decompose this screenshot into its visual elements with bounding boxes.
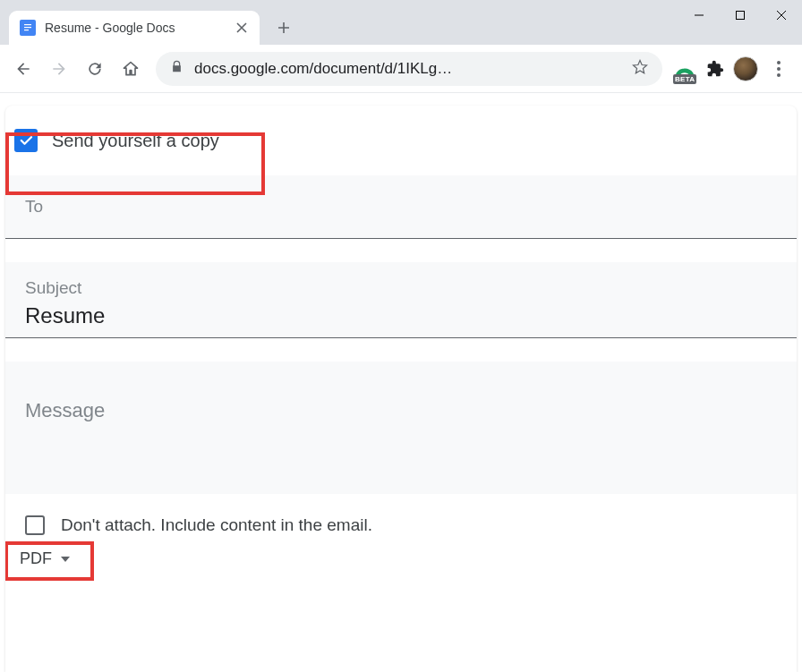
address-url: docs.google.com/document/d/1IKLg… <box>194 60 621 78</box>
subject-label: Subject <box>25 278 777 298</box>
extensions-puzzle-icon[interactable] <box>702 55 729 82</box>
browser-toolbar: docs.google.com/document/d/1IKLg… BETA <box>0 45 802 93</box>
browser-menu-button[interactable] <box>763 53 795 85</box>
to-field[interactable]: To <box>5 175 797 239</box>
send-copy-label: Send yourself a copy <box>52 131 219 151</box>
format-value: PDF <box>20 549 52 568</box>
tab-close-icon[interactable] <box>235 21 249 35</box>
message-field[interactable]: Message <box>5 362 797 494</box>
kebab-icon <box>777 61 781 77</box>
window-close-button[interactable] <box>761 0 802 30</box>
lock-icon <box>170 60 183 77</box>
extension-beta-icon[interactable]: BETA <box>671 55 698 82</box>
message-label: Message <box>25 399 777 422</box>
svg-rect-1 <box>24 27 31 28</box>
tab-title: Resume - Google Docs <box>45 21 226 35</box>
format-dropdown[interactable]: PDF <box>5 544 797 584</box>
email-dialog: Send yourself a copy To Subject Resume M… <box>5 106 797 672</box>
svg-rect-3 <box>737 12 745 20</box>
docs-favicon-icon <box>20 20 36 36</box>
address-bar[interactable]: docs.google.com/document/d/1IKLg… <box>156 52 662 86</box>
nav-home-button[interactable] <box>115 53 147 85</box>
browser-titlebar: Resume - Google Docs <box>0 0 802 45</box>
window-minimize-button[interactable] <box>678 0 720 30</box>
nav-reload-button[interactable] <box>79 53 111 85</box>
dont-attach-checkbox[interactable] <box>25 515 45 535</box>
subject-field[interactable]: Subject Resume <box>5 262 797 338</box>
dont-attach-label: Don't attach. Include content in the ema… <box>61 515 372 535</box>
window-controls <box>678 0 802 30</box>
dont-attach-row: Don't attach. Include content in the ema… <box>5 494 797 544</box>
subject-value: Resume <box>25 303 777 328</box>
window-maximize-button[interactable] <box>720 0 761 30</box>
svg-rect-0 <box>24 24 31 25</box>
bookmark-star-icon[interactable] <box>632 59 648 79</box>
beta-badge-text: BETA <box>673 74 696 84</box>
send-copy-row: Send yourself a copy <box>5 106 797 175</box>
to-label: To <box>25 197 777 217</box>
svg-rect-2 <box>24 30 29 30</box>
nav-back-button[interactable] <box>7 53 39 85</box>
profile-avatar[interactable] <box>732 55 759 82</box>
chevron-down-icon <box>61 557 70 562</box>
new-tab-button[interactable] <box>270 14 297 41</box>
avatar-icon <box>733 56 758 81</box>
send-copy-checkbox[interactable] <box>14 129 38 152</box>
nav-forward-button[interactable] <box>43 53 75 85</box>
browser-tab-active[interactable]: Resume - Google Docs <box>9 11 260 45</box>
